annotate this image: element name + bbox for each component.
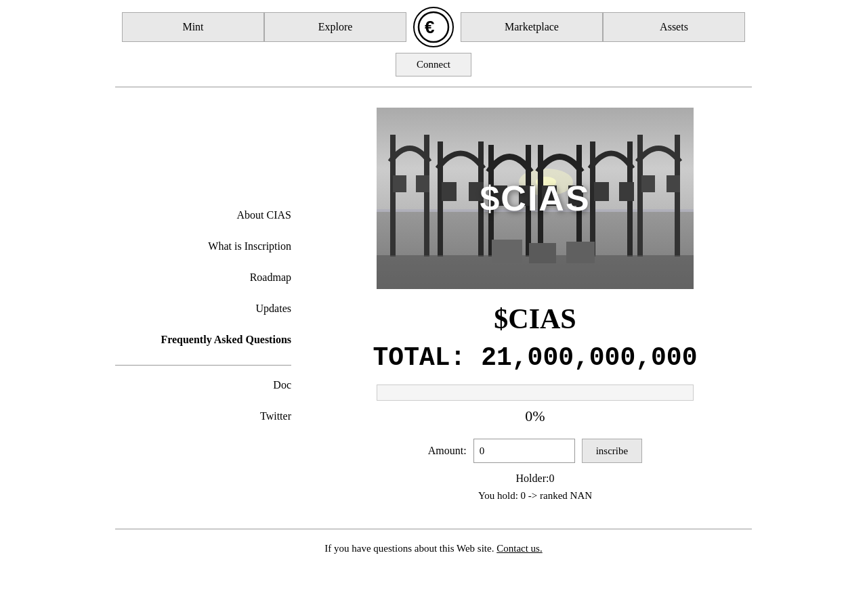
sidebar-divider	[115, 365, 291, 366]
explore-button[interactable]: Explore	[264, 12, 406, 42]
main-layout: About CIAS What is Inscription Roadmap U…	[115, 87, 752, 502]
svg-text:€: €	[425, 17, 434, 37]
you-hold-info: You hold: 0 -> ranked NAN	[478, 490, 592, 502]
svg-rect-34	[566, 242, 595, 263]
mint-button[interactable]: Mint	[122, 12, 264, 42]
hero-image: $CIAS	[377, 108, 694, 289]
amount-label: Amount:	[428, 445, 467, 457]
svg-rect-26	[619, 182, 634, 201]
sidebar: About CIAS What is Inscription Roadmap U…	[115, 108, 305, 502]
logo-icon: €	[417, 10, 450, 44]
logo-container: €	[406, 7, 461, 47]
connect-button[interactable]: Connect	[396, 53, 471, 76]
svg-rect-29	[641, 175, 655, 192]
marketplace-button[interactable]: Marketplace	[461, 12, 603, 42]
holder-value: 0	[549, 472, 554, 484]
total-label: TOTAL:	[373, 343, 466, 372]
footer-text: If you have questions about this Web sit…	[324, 543, 494, 554]
total-value: 21,000,000,000	[481, 343, 697, 372]
svg-rect-25	[594, 182, 609, 201]
hero-overlay-text: $CIAS	[480, 178, 590, 219]
svg-rect-32	[492, 240, 522, 263]
svg-rect-10	[416, 175, 429, 192]
header-divider	[115, 87, 752, 87]
assets-button[interactable]: Assets	[603, 12, 745, 42]
progress-bar-container	[377, 384, 694, 401]
amount-row: Amount: inscribe	[428, 439, 642, 463]
inscribe-button[interactable]: inscribe	[582, 439, 642, 463]
svg-rect-30	[667, 175, 680, 192]
sidebar-item-inscription[interactable]: What is Inscription	[115, 240, 291, 252]
sidebar-item-twitter[interactable]: Twitter	[115, 410, 291, 422]
sidebar-item-doc[interactable]: Doc	[115, 379, 291, 391]
progress-percent: 0%	[525, 408, 545, 425]
sidebar-item-roadmap[interactable]: Roadmap	[115, 271, 291, 284]
nav-bar: Mint Explore € Marketplace Assets	[115, 7, 752, 47]
content: $CIAS $CIAS TOTAL: 21,000,000,000 0% Amo…	[305, 108, 752, 502]
logo: €	[413, 7, 454, 47]
holder-info: Holder:0	[516, 472, 555, 485]
sidebar-item-updates[interactable]: Updates	[115, 303, 291, 315]
svg-rect-33	[529, 243, 556, 263]
sidebar-item-about[interactable]: About CIAS	[115, 209, 291, 221]
svg-rect-9	[393, 175, 406, 192]
sidebar-item-faq[interactable]: Frequently Asked Questions	[115, 334, 291, 346]
token-title: $CIAS	[494, 303, 576, 335]
holder-label: Holder:	[516, 472, 549, 484]
total-supply: TOTAL: 21,000,000,000	[373, 343, 698, 372]
contact-link[interactable]: Contact us.	[496, 543, 543, 554]
header: Mint Explore € Marketplace Assets Connec…	[0, 0, 867, 87]
amount-input[interactable]	[473, 439, 575, 463]
footer: If you have questions about this Web sit…	[0, 529, 867, 568]
svg-rect-13	[442, 182, 457, 201]
